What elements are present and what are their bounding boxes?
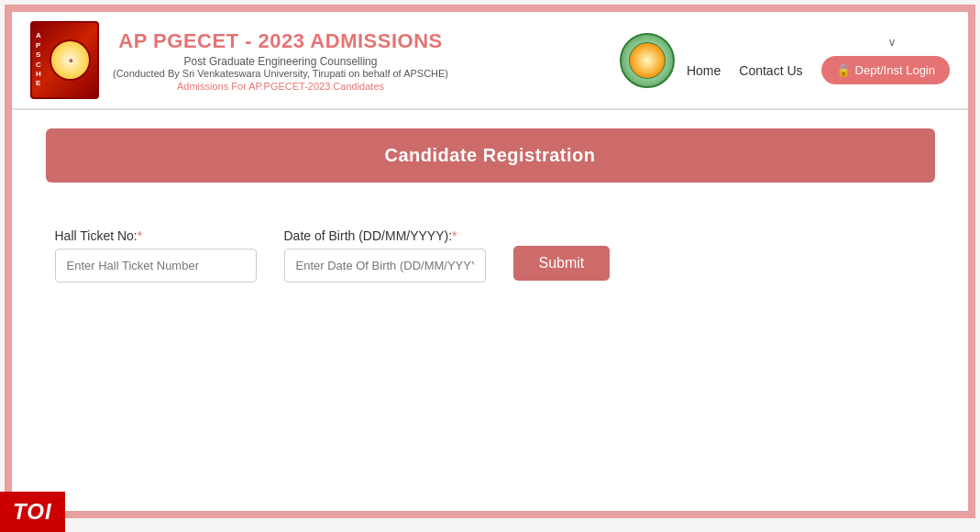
- registration-form: Hall Ticket No:* Date of Birth (DD/MM/YY…: [46, 210, 935, 301]
- hall-ticket-group: Hall Ticket No:*: [55, 228, 257, 283]
- header-left: A P S C H E ⚙ AP PGECET - 2023 ADMISSION…: [30, 21, 448, 99]
- main-content: Candidate Registration Hall Ticket No:* …: [32, 128, 949, 301]
- admissions-link[interactable]: Admissions For AP.PGECET-2023.Candidates: [113, 81, 448, 92]
- dob-required: *: [452, 228, 457, 243]
- nav-links: Home Contact Us 🔒 Dept/Inst Login: [687, 56, 950, 84]
- nav-area: v Home Contact Us 🔒 Dept/Inst Login: [687, 36, 950, 84]
- dob-group: Date of Birth (DD/MM/YYYY):*: [284, 228, 486, 283]
- hall-ticket-label: Hall Ticket No:*: [55, 228, 257, 243]
- toi-badge: TOI: [0, 492, 65, 532]
- hall-ticket-input[interactable]: [55, 249, 257, 283]
- subtitle: Post Graduate Engineering Counselling: [113, 55, 448, 68]
- form-row: Hall Ticket No:* Date of Birth (DD/MM/YY…: [55, 228, 926, 283]
- dropdown-indicator[interactable]: v: [889, 36, 895, 49]
- apsche-logo: A P S C H E ⚙: [30, 21, 99, 99]
- submit-button[interactable]: Submit: [513, 246, 611, 281]
- emblem-inner: [629, 42, 666, 79]
- dob-label: Date of Birth (DD/MM/YYYY):*: [284, 228, 486, 243]
- lock-icon: 🔒: [836, 63, 851, 77]
- page-banner: Candidate Registration: [46, 128, 935, 183]
- header-title-block: AP PGECET - 2023 ADMISSIONS Post Graduat…: [113, 29, 448, 92]
- contact-link[interactable]: Contact Us: [739, 63, 802, 78]
- login-button-label: Dept/Inst Login: [855, 63, 935, 77]
- logo-inner: ⚙: [69, 58, 72, 63]
- state-emblem: [618, 28, 677, 93]
- hall-ticket-required: *: [138, 228, 142, 243]
- logo-letters: A P S C H E: [36, 31, 41, 88]
- main-title: AP PGECET - 2023 ADMISSIONS: [113, 29, 448, 53]
- subtitle2: (Conducted By Sri Venkateswara Universit…: [113, 68, 448, 79]
- home-link[interactable]: Home: [687, 63, 721, 78]
- dept-login-button[interactable]: 🔒 Dept/Inst Login: [821, 56, 950, 84]
- logo-emblem: ⚙: [50, 39, 91, 81]
- dob-input[interactable]: [284, 249, 486, 283]
- header-right: v Home Contact Us 🔒 Dept/Inst Login: [618, 28, 950, 93]
- emblem-circle: [620, 33, 675, 88]
- site-header: A P S C H E ⚙ AP PGECET - 2023 ADMISSION…: [12, 12, 968, 110]
